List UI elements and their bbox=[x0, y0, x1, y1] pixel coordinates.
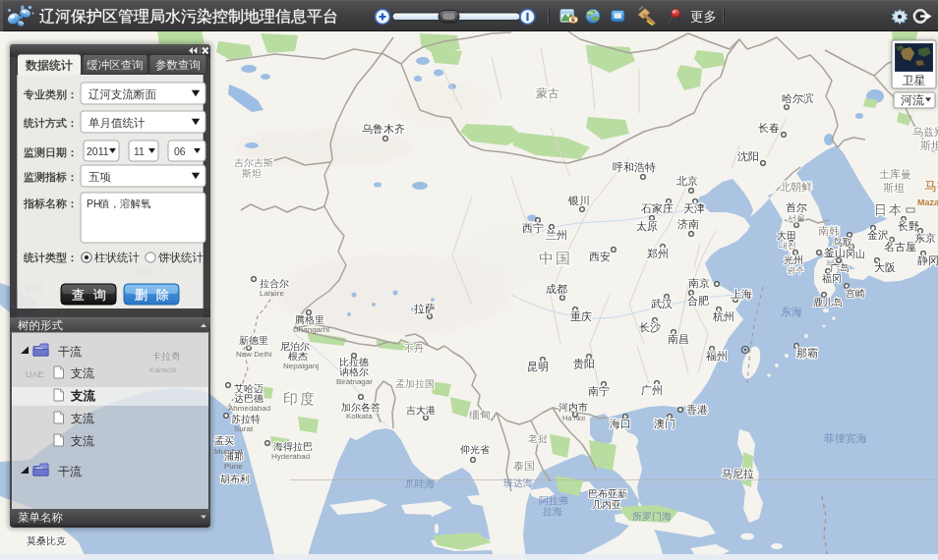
svg-text:11: 11 bbox=[134, 145, 145, 157]
svg-text:Mumbai: Mumbai bbox=[214, 447, 243, 456]
svg-text:Lahore: Lahore bbox=[260, 289, 284, 298]
svg-text:Ahmedabad: Ahmedabad bbox=[228, 404, 270, 413]
svg-text:06: 06 bbox=[174, 145, 186, 157]
svg-text:Maza: Maza bbox=[917, 197, 938, 207]
svg-text:Pune: Pune bbox=[224, 462, 243, 471]
svg-text:Dhangarhi: Dhangarhi bbox=[293, 325, 329, 334]
svg-text:New Delhi: New Delhi bbox=[236, 350, 272, 359]
svg-text:Hyderabad: Hyderabad bbox=[271, 452, 310, 461]
svg-text:Ha Noi: Ha Noi bbox=[562, 414, 585, 422]
svg-text:Kolkata: Kolkata bbox=[346, 412, 373, 420]
svg-text:Surat: Surat bbox=[234, 424, 254, 433]
svg-text:PH: PH bbox=[87, 197, 101, 209]
svg-text:Nepalganj: Nepalganj bbox=[283, 362, 319, 370]
svg-text:2011: 2011 bbox=[87, 145, 109, 157]
svg-text:Biratnagar: Biratnagar bbox=[336, 377, 373, 386]
